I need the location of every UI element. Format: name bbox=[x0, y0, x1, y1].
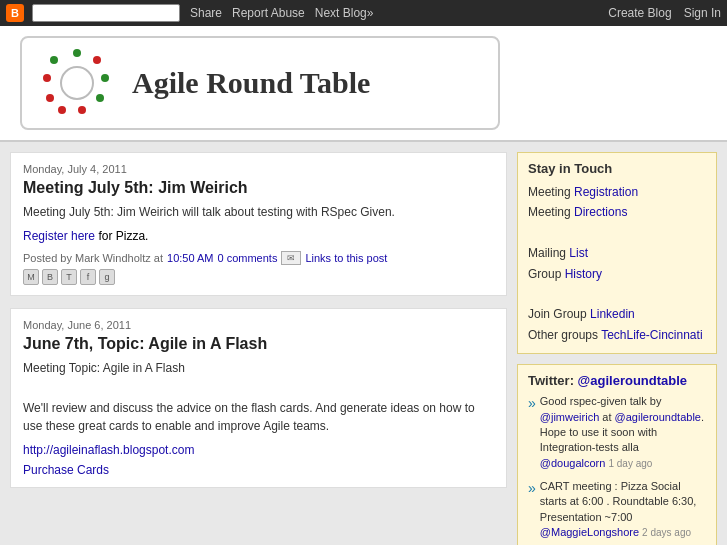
linkedin-link[interactable]: Linkedin bbox=[590, 307, 635, 321]
post-2-footer-link: Purchase Cards bbox=[23, 463, 494, 477]
post-1-permalink[interactable]: Links to this post bbox=[305, 252, 387, 264]
post-1-title: Meeting July 5th: Jim Weirich bbox=[23, 179, 494, 197]
post-1-body: Meeting July 5th: Jim Weirich will talk … bbox=[23, 203, 494, 221]
tweet-2-link1[interactable]: @MaggieLongshore bbox=[540, 526, 639, 538]
register-here-link[interactable]: Register here bbox=[23, 229, 95, 243]
post-2-body2: We'll review and discuss the advice on t… bbox=[23, 399, 494, 435]
toolbar-links: Share Report Abuse Next Blog» bbox=[190, 6, 373, 20]
post-2-body1: Meeting Topic: Agile in A Flash bbox=[23, 359, 494, 377]
next-blog-link[interactable]: Next Blog» bbox=[315, 6, 374, 20]
mailing-label: Mailing bbox=[528, 246, 569, 260]
svg-point-3 bbox=[96, 94, 104, 102]
post-2-title: June 7th, Topic: Agile in A Flash bbox=[23, 335, 494, 353]
svg-point-5 bbox=[58, 106, 66, 114]
blogger-share-icon[interactable]: B bbox=[42, 269, 58, 285]
meeting-registration-link[interactable]: Registration bbox=[574, 185, 638, 199]
meeting-directions-link[interactable]: Directions bbox=[574, 205, 627, 219]
search-input[interactable] bbox=[32, 4, 180, 22]
sign-in-link[interactable]: Sign In bbox=[684, 6, 721, 20]
email-icon[interactable]: M bbox=[23, 269, 39, 285]
post-1-social: M B T f g bbox=[23, 269, 494, 285]
purchase-cards-link[interactable]: Purchase Cards bbox=[23, 463, 109, 477]
meeting-dir-label: Meeting bbox=[528, 205, 574, 219]
post-1-register-link: Register here for Pizza. bbox=[23, 229, 494, 243]
group-history-link[interactable]: History bbox=[565, 267, 602, 281]
tweet-1: » Good rspec-given talk by @jimweirich a… bbox=[528, 394, 706, 471]
toolbar-right-links: Create Blog Sign In bbox=[608, 6, 721, 20]
post-1-meta: Posted by Mark Windholtz at 10:50 AM 0 c… bbox=[23, 251, 494, 265]
tweet-1-link2[interactable]: @agileroundtable bbox=[615, 411, 701, 423]
join-group-label: Join Group bbox=[528, 307, 590, 321]
tweet-2: » CART meeting : Pizza Social starts at … bbox=[528, 479, 706, 541]
create-blog-link[interactable]: Create Blog bbox=[608, 6, 671, 20]
facebook-share-icon[interactable]: f bbox=[80, 269, 96, 285]
tweet-1-link1[interactable]: @jimweirich bbox=[540, 411, 599, 423]
svg-point-9 bbox=[61, 67, 93, 99]
site-header: Agile Round Table bbox=[0, 26, 727, 142]
post-1-meta-prefix: Posted by Mark Windholtz at bbox=[23, 252, 163, 264]
other-groups-label: Other groups bbox=[528, 328, 601, 342]
meeting-reg-label: Meeting bbox=[528, 185, 574, 199]
twitter-handle-link[interactable]: @agileroundtable bbox=[578, 373, 687, 388]
svg-point-8 bbox=[50, 56, 58, 64]
post-1: Monday, July 4, 2011 Meeting July 5th: J… bbox=[10, 152, 507, 296]
site-title: Agile Round Table bbox=[132, 66, 370, 100]
sidebar: Stay in Touch Meeting Registration Meeti… bbox=[517, 152, 717, 545]
tweet-1-text: Good rspec-given talk by @jimweirich at … bbox=[540, 394, 706, 471]
blogger-icon: B bbox=[6, 4, 24, 22]
stay-in-touch-title: Stay in Touch bbox=[528, 161, 706, 176]
post-1-time-link[interactable]: 10:50 AM bbox=[167, 252, 213, 264]
twitter-widget: Twitter: @agileroundtable » Good rspec-g… bbox=[517, 364, 717, 545]
share-link[interactable]: Share bbox=[190, 6, 222, 20]
post-1-date: Monday, July 4, 2011 bbox=[23, 163, 494, 175]
report-abuse-link[interactable]: Report Abuse bbox=[232, 6, 305, 20]
logo-circles bbox=[42, 48, 112, 118]
svg-point-2 bbox=[101, 74, 109, 82]
post-1-link-suffix: for Pizza. bbox=[95, 229, 148, 243]
tweet-1-link3[interactable]: @dougalcorn bbox=[540, 457, 606, 469]
blogger-b-label: B bbox=[11, 7, 19, 19]
toolbar: B Share Report Abuse Next Blog» Create B… bbox=[0, 0, 727, 26]
svg-point-1 bbox=[93, 56, 101, 64]
tweet-1-arrow: » bbox=[528, 395, 536, 411]
post-2-link: http://agileinaflash.blogspot.com bbox=[23, 443, 494, 457]
tweet-2-arrow: » bbox=[528, 480, 536, 496]
posts-area: Monday, July 4, 2011 Meeting July 5th: J… bbox=[10, 152, 507, 545]
post-2-date: Monday, June 6, 2011 bbox=[23, 319, 494, 331]
svg-point-6 bbox=[46, 94, 54, 102]
stay-in-touch-widget: Stay in Touch Meeting Registration Meeti… bbox=[517, 152, 717, 354]
post-1-comments-link[interactable]: 0 comments bbox=[218, 252, 278, 264]
tweet-1-age: 1 day ago bbox=[608, 458, 652, 469]
svg-point-7 bbox=[43, 74, 51, 82]
twitter-label: Twitter: bbox=[528, 373, 578, 388]
stay-in-touch-content: Meeting Registration Meeting Directions … bbox=[528, 182, 706, 345]
post-2: Monday, June 6, 2011 June 7th, Topic: Ag… bbox=[10, 308, 507, 488]
svg-point-4 bbox=[78, 106, 86, 114]
twitter-share-icon[interactable]: T bbox=[61, 269, 77, 285]
tweet-2-text: CART meeting : Pizza Social starts at 6:… bbox=[540, 479, 706, 541]
header-inner: Agile Round Table bbox=[20, 36, 500, 130]
email-post-icon[interactable]: ✉ bbox=[281, 251, 301, 265]
mailing-list-link[interactable]: List bbox=[569, 246, 588, 260]
main-layout: Monday, July 4, 2011 Meeting July 5th: J… bbox=[0, 142, 727, 545]
svg-point-0 bbox=[73, 49, 81, 57]
google-share-icon[interactable]: g bbox=[99, 269, 115, 285]
agileinaflash-link[interactable]: http://agileinaflash.blogspot.com bbox=[23, 443, 194, 457]
twitter-title: Twitter: @agileroundtable bbox=[528, 373, 706, 388]
tweet-2-age: 2 days ago bbox=[642, 527, 691, 538]
group-label: Group bbox=[528, 267, 565, 281]
techlife-link[interactable]: TechLife-Cincinnati bbox=[601, 328, 702, 342]
